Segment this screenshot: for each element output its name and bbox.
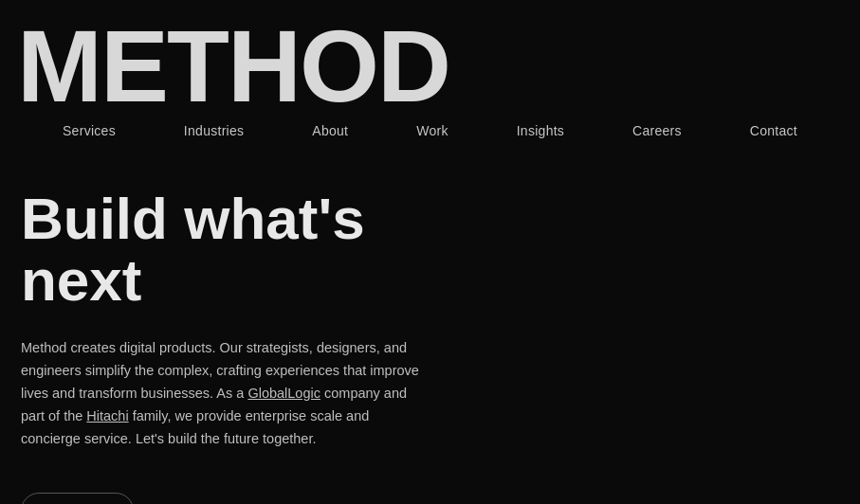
nav-industries[interactable]: Industries xyxy=(184,123,245,138)
hero-headline-line2: next xyxy=(21,247,141,313)
nav-contact[interactable]: Contact xyxy=(750,123,797,138)
globallogic-link[interactable]: GlobalLogic xyxy=(247,386,320,401)
cta-button[interactable]: Get in touch xyxy=(21,493,134,504)
nav-services[interactable]: Services xyxy=(63,123,116,138)
logo-container: METHOD xyxy=(0,0,860,117)
hero-headline-line1: Build what's xyxy=(21,186,365,251)
hero-description: Method creates digital products. Our str… xyxy=(21,337,419,451)
nav-about[interactable]: About xyxy=(312,123,348,138)
nav-insights[interactable]: Insights xyxy=(517,123,565,138)
site-logo: METHOD xyxy=(17,15,860,117)
hitachi-link[interactable]: Hitachi xyxy=(86,408,128,423)
nav-work[interactable]: Work xyxy=(416,123,448,138)
main-nav: Services Industries About Work Insights … xyxy=(0,123,860,138)
hero-section: Build what's next Method creates digital… xyxy=(0,138,860,504)
nav-careers[interactable]: Careers xyxy=(632,123,682,138)
hero-headline: Build what's next xyxy=(21,188,438,311)
